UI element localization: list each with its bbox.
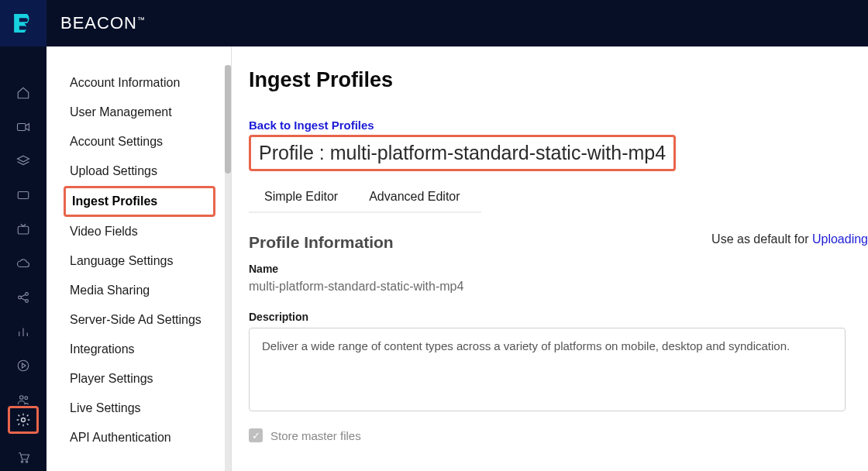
use-as-default-label: Use as default for [711, 232, 812, 246]
sidebar-scrollbar[interactable] [225, 65, 231, 471]
sidebar-item-player-settings[interactable]: Player Settings [46, 364, 231, 394]
analytics-icon[interactable] [16, 324, 31, 339]
cart-icon[interactable] [16, 449, 31, 465]
cloud-icon[interactable] [16, 256, 31, 271]
sidebar-item-media-sharing[interactable]: Media Sharing [46, 276, 231, 305]
users-icon[interactable] [16, 392, 31, 407]
svg-point-8 [25, 397, 28, 400]
svg-point-11 [26, 461, 27, 462]
store-master-label: Store master files [270, 429, 361, 442]
svg-point-5 [26, 300, 29, 303]
name-value: multi-platform-standard-static-with-mp4 [249, 280, 868, 294]
svg-point-6 [18, 360, 29, 371]
svg-rect-0 [18, 124, 26, 131]
svg-rect-2 [18, 226, 29, 234]
sidebar-item-ingest-profiles[interactable]: Ingest Profiles [64, 186, 215, 217]
icon-rail [0, 46, 46, 471]
use-as-default-row: Use as default for Uploading [711, 232, 868, 246]
share-icon[interactable] [16, 290, 31, 305]
name-label: Name [249, 263, 868, 275]
uploading-link[interactable]: Uploading [812, 232, 868, 246]
play-circle-icon[interactable] [16, 358, 31, 373]
sidebar-item-integrations[interactable]: Integrations [46, 335, 231, 364]
video-icon[interactable] [16, 119, 31, 135]
tab-advanced-editor[interactable]: Advanced Editor [369, 185, 460, 211]
svg-rect-1 [18, 192, 29, 199]
svg-point-9 [22, 418, 26, 422]
tv-icon[interactable] [16, 222, 31, 237]
logo-box [0, 0, 46, 46]
sidebar-item-upload-settings[interactable]: Upload Settings [46, 156, 231, 186]
settings-icon[interactable] [8, 406, 39, 434]
profile-heading: Profile : multi-platform-standard-static… [259, 142, 666, 163]
svg-point-7 [20, 396, 24, 400]
sidebar-item-account-information[interactable]: Account Information [46, 68, 231, 98]
description-textarea[interactable] [249, 328, 846, 411]
app-header: BEACON™ [0, 0, 868, 46]
store-master-row: ✓ Store master files [249, 428, 868, 442]
layers-icon[interactable] [16, 153, 31, 169]
card-icon[interactable] [16, 187, 31, 203]
page-title: Ingest Profiles [249, 68, 868, 92]
svg-point-4 [26, 293, 29, 296]
sidebar-item-account-settings[interactable]: Account Settings [46, 127, 231, 156]
editor-tabs: Simple Editor Advanced Editor [249, 185, 481, 213]
store-master-checkbox[interactable]: ✓ [249, 428, 263, 442]
back-to-profiles-link[interactable]: Back to Ingest Profiles [249, 119, 868, 132]
sidebar-item-language-settings[interactable]: Language Settings [46, 246, 231, 276]
beacon-logo-icon [10, 10, 36, 36]
description-label: Description [249, 311, 868, 323]
profile-heading-box: Profile : multi-platform-standard-static… [249, 135, 676, 171]
svg-point-10 [21, 461, 22, 462]
content-area: Ingest Profiles Back to Ingest Profiles … [232, 46, 868, 471]
sidebar-item-api-authentication[interactable]: API Authentication [46, 423, 231, 452]
sidebar-item-server-side-ad-settings[interactable]: Server-Side Ad Settings [46, 305, 231, 335]
svg-point-3 [19, 296, 22, 299]
sidebar-item-user-management[interactable]: User Management [46, 98, 231, 127]
tab-simple-editor[interactable]: Simple Editor [264, 185, 338, 211]
sidebar-item-live-settings[interactable]: Live Settings [46, 394, 231, 423]
home-icon[interactable] [16, 85, 31, 101]
brand-name: BEACON™ [60, 13, 146, 33]
sidebar-item-video-fields[interactable]: Video Fields [46, 217, 231, 246]
settings-sidebar: Account Information User Management Acco… [46, 46, 232, 471]
